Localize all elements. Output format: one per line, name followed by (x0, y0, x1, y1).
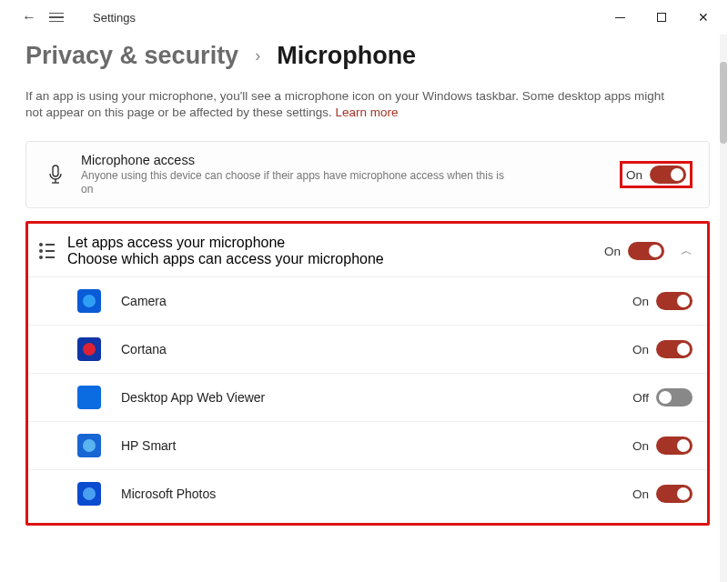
app-name: Camera (121, 294, 632, 308)
app-row[interactable]: CameraOn (28, 277, 707, 326)
app-icon (77, 289, 101, 313)
app-row[interactable]: HP SmartOn (28, 422, 707, 470)
app-state: On (632, 439, 649, 453)
app-row[interactable]: CortanaOn (28, 326, 707, 374)
apps-access-toggle[interactable] (628, 242, 664, 260)
highlight-box: On (620, 161, 693, 188)
app-state: On (632, 487, 649, 501)
breadcrumb-parent[interactable]: Privacy & security (25, 42, 238, 70)
apps-access-header[interactable]: Let apps access your microphone Choose w… (28, 226, 707, 277)
svg-rect-0 (53, 166, 58, 176)
minimize-button[interactable] (599, 3, 641, 32)
list-icon (39, 243, 55, 259)
scrollbar[interactable] (720, 35, 727, 582)
apps-access-sub: Choose which apps can access your microp… (67, 251, 604, 267)
apps-section-highlight: Let apps access your microphone Choose w… (25, 221, 710, 526)
apps-access-title: Let apps access your microphone (67, 235, 604, 251)
app-name: HP Smart (121, 438, 632, 453)
app-name: Desktop App Web Viewer (121, 390, 632, 405)
app-icon (77, 386, 101, 409)
app-name: Cortana (121, 342, 632, 356)
app-toggle[interactable] (656, 292, 693, 310)
chevron-right-icon: › (255, 46, 260, 65)
app-icon (77, 337, 101, 361)
scrollbar-thumb[interactable] (720, 62, 727, 144)
app-row[interactable]: Desktop App Web ViewerOff (28, 374, 707, 422)
maximize-button[interactable] (641, 3, 682, 32)
breadcrumb: Privacy & security › Microphone (25, 42, 710, 70)
app-name: Microsoft Photos (121, 487, 632, 501)
mic-access-sub: Anyone using this device can choose if t… (81, 169, 518, 196)
microphone-icon (39, 165, 72, 185)
app-icon (77, 434, 101, 457)
app-toggle[interactable] (656, 436, 693, 455)
mic-access-toggle[interactable] (650, 166, 686, 184)
app-toggle[interactable] (656, 340, 693, 358)
app-toggle[interactable] (656, 485, 693, 503)
mic-access-title: Microphone access (81, 153, 614, 167)
app-icon (77, 482, 101, 506)
learn-more-link[interactable]: Learn more (336, 105, 399, 119)
apps-access-state: On (604, 245, 621, 258)
microphone-access-card[interactable]: Microphone access Anyone using this devi… (25, 141, 710, 208)
back-button[interactable]: ← (22, 9, 36, 25)
app-toggle[interactable] (656, 388, 693, 406)
app-row[interactable]: Microsoft PhotosOn (28, 470, 707, 517)
app-title: Settings (93, 11, 136, 25)
close-button[interactable]: ✕ (682, 3, 724, 32)
page-description: If an app is using your microphone, you'… (25, 88, 681, 121)
page-title: Microphone (277, 42, 416, 70)
menu-button[interactable] (49, 13, 64, 23)
app-state: On (632, 295, 649, 308)
chevron-up-icon[interactable]: ︿ (681, 243, 693, 259)
app-state: Off (632, 391, 649, 405)
app-state: On (632, 343, 649, 356)
app-list: CameraOnCortanaOnDesktop App Web ViewerO… (28, 277, 707, 517)
mic-access-state: On (626, 168, 642, 182)
